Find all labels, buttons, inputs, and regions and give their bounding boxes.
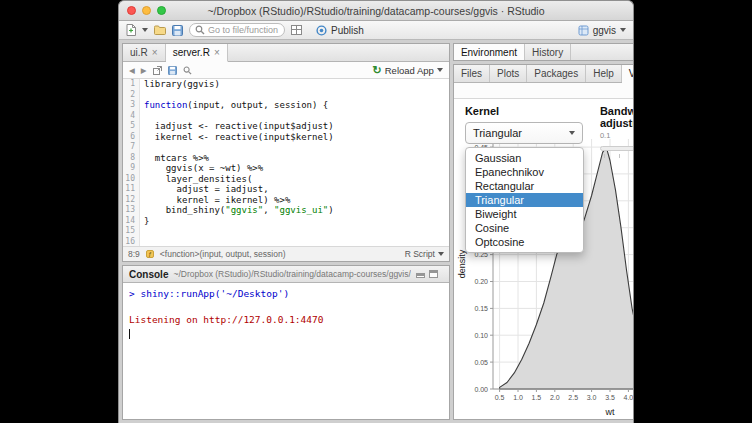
- svg-text:3.5: 3.5: [605, 394, 615, 401]
- shiny-app: Kernel Triangular GaussianEpanechnikovRe…: [454, 99, 634, 419]
- cursor-position: 8:9: [128, 249, 140, 259]
- tab-environment[interactable]: Environment: [454, 44, 525, 61]
- back-icon[interactable]: ◀: [129, 66, 135, 75]
- kernel-option-epanechnikov[interactable]: Epanechnikov: [466, 165, 583, 179]
- select-caret-icon: [569, 131, 575, 135]
- svg-text:0.10: 0.10: [474, 332, 488, 339]
- kernel-selected-value: Triangular: [473, 127, 522, 139]
- code-line[interactable]: 16: [123, 237, 449, 247]
- project-label: ggvis: [593, 25, 616, 36]
- new-file-icon[interactable]: [126, 24, 136, 36]
- code-line[interactable]: 15: [123, 226, 449, 237]
- project-selector[interactable]: ggvis: [578, 25, 626, 36]
- line-number: 12: [123, 195, 140, 206]
- new-file-caret-icon[interactable]: [142, 28, 148, 32]
- console-prompt-line[interactable]: [129, 326, 443, 339]
- tab-label: Viewer: [629, 68, 634, 79]
- code-line[interactable]: 3function(input, output, session) {: [123, 100, 449, 111]
- code-line[interactable]: 1library(ggvis): [123, 79, 449, 90]
- find-icon[interactable]: [183, 66, 192, 75]
- kernel-control: Kernel Triangular GaussianEpanechnikovRe…: [465, 105, 583, 144]
- titlebar[interactable]: ~/Dropbox (RStudio)/RStudio/training/dat…: [119, 1, 633, 21]
- publish-label: Publish: [331, 25, 364, 36]
- save-icon[interactable]: [172, 25, 183, 36]
- code-line[interactable]: 7: [123, 142, 449, 153]
- workspace-panes-icon[interactable]: [291, 25, 302, 35]
- reload-caret-icon[interactable]: [437, 68, 443, 72]
- console-message-line: Listening on http://127.0.0.1:4470: [129, 313, 443, 326]
- console-output[interactable]: > shiny::runApp('~/Desktop') Listening o…: [123, 283, 449, 419]
- document-type-selector[interactable]: R Script: [405, 249, 444, 259]
- tab-files[interactable]: Files: [454, 65, 490, 82]
- code-line[interactable]: 2: [123, 90, 449, 101]
- code-line[interactable]: 12 kernel = ikernel) %>%: [123, 195, 449, 206]
- kernel-option-biweight[interactable]: Biweight: [466, 207, 583, 221]
- viewer-tabbar: FilesPlotsPackagesHelpViewer: [454, 65, 634, 83]
- project-cube-icon: [578, 25, 589, 36]
- svg-text:0.5: 0.5: [495, 394, 505, 401]
- tab-help[interactable]: Help: [586, 65, 622, 82]
- code-line[interactable]: 4: [123, 111, 449, 122]
- zoom-window-button[interactable]: [157, 6, 166, 15]
- code-line[interactable]: 11 adjust = iadjust,: [123, 184, 449, 195]
- line-number: 2: [123, 90, 140, 101]
- editor-tab-server-r[interactable]: server.R×: [166, 44, 228, 62]
- publish-button[interactable]: Publish: [316, 25, 364, 36]
- line-number: 14: [123, 216, 140, 227]
- line-number: 3: [123, 100, 140, 111]
- kernel-dropdown-menu: GaussianEpanechnikovRectangularTriangula…: [465, 147, 584, 253]
- slider-handle[interactable]: [633, 141, 634, 152]
- rstudio-window: ~/Dropbox (RStudio)/RStudio/training/dat…: [118, 0, 634, 423]
- tab-viewer[interactable]: Viewer: [622, 65, 634, 83]
- svg-text:0.20: 0.20: [474, 278, 488, 285]
- kernel-select[interactable]: Triangular: [465, 122, 583, 144]
- tab-plots[interactable]: Plots: [490, 65, 527, 82]
- code-line[interactable]: 6 ikernel <- reactive(input$kernel): [123, 132, 449, 143]
- line-number: 6: [123, 132, 140, 143]
- reload-app-button[interactable]: ↻ Reload App: [373, 64, 443, 77]
- code-line[interactable]: 5 iadjust <- reactive(input$adjust): [123, 121, 449, 132]
- kernel-option-triangular[interactable]: Triangular: [466, 193, 583, 207]
- popout-icon[interactable]: [153, 66, 162, 75]
- kernel-option-cosine[interactable]: Cosine: [466, 221, 583, 235]
- maximize-pane-icon[interactable]: [429, 270, 438, 278]
- close-window-button[interactable]: [127, 6, 136, 15]
- forward-icon[interactable]: ▶: [141, 66, 147, 75]
- kernel-option-gaussian[interactable]: Gaussian: [466, 151, 583, 165]
- save-file-icon[interactable]: [168, 66, 177, 75]
- kernel-label: Kernel: [465, 105, 583, 117]
- line-number: 16: [123, 237, 140, 247]
- code-line[interactable]: 14}: [123, 216, 449, 227]
- code-editor[interactable]: 1library(ggvis)2 3function(input, output…: [123, 79, 449, 246]
- kernel-option-optcosine[interactable]: Optcosine: [466, 235, 583, 249]
- goto-file-input[interactable]: [208, 25, 279, 35]
- code-line[interactable]: 9 ggvis(x = ~wt) %>%: [123, 163, 449, 174]
- minimize-pane-icon[interactable]: [416, 273, 425, 278]
- line-number: 5: [123, 121, 140, 132]
- tab-packages[interactable]: Packages: [527, 65, 586, 82]
- svg-text:0.00: 0.00: [474, 386, 488, 393]
- minimize-window-button[interactable]: [142, 6, 151, 15]
- open-folder-icon[interactable]: [154, 25, 166, 35]
- console-title[interactable]: Console: [129, 269, 168, 280]
- code-line[interactable]: 13 bind_shiny("ggvis", "ggvis_ui"): [123, 205, 449, 216]
- scope-context[interactable]: <function>(input, output, session): [160, 249, 286, 259]
- tab-label: Plots: [497, 68, 519, 79]
- kernel-option-rectangular[interactable]: Rectangular: [466, 179, 583, 193]
- slider-track[interactable]: [600, 146, 634, 151]
- code-line[interactable]: 8 mtcars %>%: [123, 153, 449, 164]
- close-tab-icon[interactable]: ×: [214, 48, 220, 58]
- editor-tab-ui-r[interactable]: ui.R×: [123, 44, 166, 61]
- bandwidth-slider[interactable]: 0.1 2 1: [600, 138, 634, 164]
- code-line[interactable]: 10 layer_densities(: [123, 174, 449, 185]
- svg-text:1.0: 1.0: [513, 394, 523, 401]
- tab-history[interactable]: History: [525, 44, 571, 61]
- search-icon: [195, 25, 205, 35]
- close-tab-icon[interactable]: ×: [152, 48, 158, 58]
- editor-tab-label: server.R: [173, 47, 210, 58]
- publish-icon: [316, 25, 327, 36]
- reload-icon: ↻: [373, 64, 382, 77]
- left-column: ui.R×server.R× ◀ ▶: [122, 43, 450, 420]
- tab-label: History: [532, 47, 563, 58]
- svg-text:3.0: 3.0: [587, 394, 597, 401]
